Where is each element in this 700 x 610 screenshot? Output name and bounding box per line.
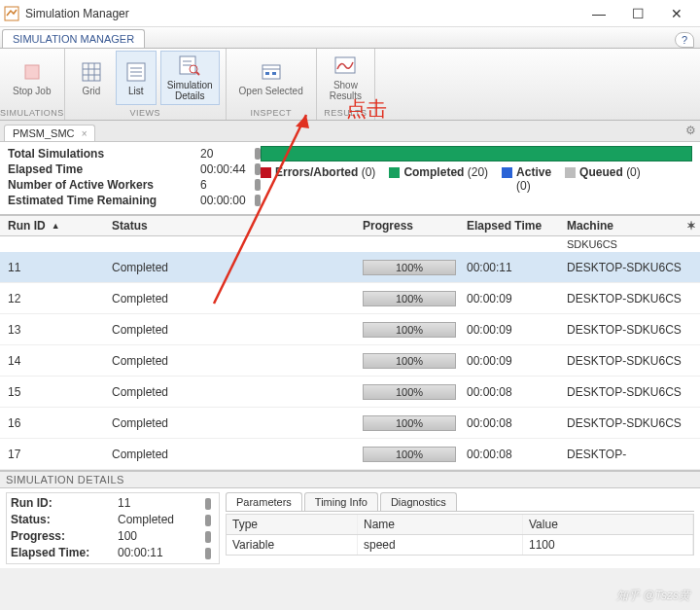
col-header-runid[interactable]: Run ID▲ bbox=[0, 219, 112, 233]
param-col-name[interactable]: Name bbox=[358, 515, 523, 534]
grip-handle[interactable] bbox=[205, 548, 211, 559]
progressbar: 100% bbox=[363, 291, 456, 306]
col-header-status[interactable]: Status bbox=[112, 219, 363, 233]
grid-icon bbox=[80, 60, 103, 84]
group-label-inspect: INSPECT bbox=[227, 107, 316, 120]
table-row[interactable]: 15Completed100%00:00:08DESKTOP-SDKU6CS bbox=[0, 377, 700, 408]
cell-runid: 12 bbox=[0, 292, 112, 305]
cell-runid: 16 bbox=[0, 416, 112, 430]
details-summary: Run ID:11 Status:Completed Progress:100 … bbox=[6, 492, 220, 564]
close-button[interactable]: ✕ bbox=[657, 0, 696, 27]
ribbon-tab-main[interactable]: SIMULATION MANAGER bbox=[2, 29, 145, 48]
cell-machine: DESKTOP-SDKU6CS bbox=[567, 292, 700, 305]
gear-icon[interactable]: ✶ bbox=[686, 219, 696, 233]
cell-elapsed: 00:00:08 bbox=[467, 448, 567, 461]
grip-handle[interactable] bbox=[205, 498, 211, 510]
cell-elapsed: 00:00:09 bbox=[467, 323, 567, 337]
cell-elapsed: 00:00:08 bbox=[467, 416, 567, 430]
cell-status: Completed bbox=[112, 354, 363, 368]
open-selected-button[interactable]: Open Selected bbox=[232, 51, 310, 105]
maximize-button[interactable]: ☐ bbox=[618, 0, 657, 27]
cell-status: Completed bbox=[112, 323, 363, 337]
help-icon[interactable]: ? bbox=[675, 32, 694, 48]
titlebar: Simulation Manager — ☐ ✕ bbox=[0, 0, 700, 27]
legend-swatch-completed bbox=[389, 167, 400, 178]
cell-progress: 100% bbox=[363, 384, 467, 400]
cell-elapsed: 00:00:11 bbox=[467, 261, 567, 274]
close-icon[interactable]: × bbox=[82, 128, 88, 139]
table-row[interactable]: 11Completed100%00:00:11DESKTOP-SDKU6CS bbox=[0, 252, 700, 283]
cell-progress: 100% bbox=[363, 322, 467, 338]
sort-asc-icon: ▲ bbox=[52, 221, 60, 231]
grid-header: Run ID▲ Status Progress Elapsed Time Mac… bbox=[0, 215, 700, 236]
show-results-button[interactable]: Show Results bbox=[323, 51, 368, 105]
cell-runid: 13 bbox=[0, 323, 112, 337]
details-tabs: Parameters Timing Info Diagnostics bbox=[226, 492, 694, 512]
progressbar: 100% bbox=[363, 353, 456, 369]
grip-handle[interactable] bbox=[205, 515, 211, 526]
col-header-elapsed[interactable]: Elapsed Time bbox=[467, 219, 567, 233]
details-header: SIMULATION DETAILS bbox=[0, 472, 700, 488]
cell-runid: 17 bbox=[0, 448, 112, 461]
minimize-button[interactable]: — bbox=[579, 0, 618, 27]
stop-job-button[interactable]: Stop Job bbox=[6, 51, 57, 105]
progressbar: 100% bbox=[363, 415, 456, 431]
svg-rect-16 bbox=[262, 65, 280, 79]
list-icon bbox=[124, 60, 148, 84]
legend-swatch-queued bbox=[565, 167, 576, 178]
grip-handle[interactable] bbox=[205, 531, 211, 543]
cell-machine: DESKTOP- bbox=[567, 448, 700, 461]
cell-status: Completed bbox=[112, 448, 363, 461]
progressbar: 100% bbox=[363, 447, 456, 462]
cell-machine: DESKTOP-SDKU6CS bbox=[567, 416, 700, 430]
group-label-results: RESULTS bbox=[317, 107, 374, 120]
cell-elapsed: 00:00:09 bbox=[467, 354, 567, 368]
cell-status: Completed bbox=[112, 416, 363, 430]
param-col-value[interactable]: Value bbox=[523, 515, 693, 534]
param-row[interactable]: Variable speed 1100 bbox=[227, 535, 693, 555]
table-row[interactable]: 16Completed100%00:00:08DESKTOP-SDKU6CS bbox=[0, 408, 700, 439]
cell-machine: DESKTOP-SDKU6CS bbox=[567, 261, 700, 274]
cell-progress: 100% bbox=[363, 260, 467, 275]
watermark: 知乎 @Tszs黄 bbox=[616, 588, 690, 604]
simulation-details-panel: SIMULATION DETAILS Run ID:11 Status:Comp… bbox=[0, 470, 700, 568]
param-col-type[interactable]: Type bbox=[227, 515, 358, 534]
tab-parameters[interactable]: Parameters bbox=[226, 492, 302, 511]
open-icon bbox=[260, 60, 283, 84]
grid-button[interactable]: Grid bbox=[71, 51, 112, 105]
doc-tab[interactable]: PMSM_SMC × bbox=[4, 125, 95, 141]
gear-icon[interactable]: ⚙ bbox=[685, 124, 696, 137]
cell-machine: DESKTOP-SDKU6CS bbox=[567, 354, 700, 368]
svg-rect-0 bbox=[5, 7, 18, 20]
tab-diagnostics[interactable]: Diagnostics bbox=[380, 492, 457, 511]
col-header-machine[interactable]: Machine bbox=[567, 219, 700, 233]
overview-stats: Total Simulations20 Elapsed Time00:00:44… bbox=[8, 146, 261, 208]
window-title: Simulation Manager bbox=[25, 7, 579, 20]
legend-swatch-errors bbox=[261, 167, 271, 178]
cell-progress: 100% bbox=[363, 447, 467, 462]
overview-panel: Total Simulations20 Elapsed Time00:00:44… bbox=[0, 142, 700, 215]
parameter-table: Type Name Value Variable speed 1100 bbox=[226, 514, 694, 556]
svg-rect-2 bbox=[83, 63, 100, 81]
app-icon bbox=[4, 6, 19, 21]
tab-timing-info[interactable]: Timing Info bbox=[304, 492, 378, 511]
grid-header-extra: SDKU6CS bbox=[0, 236, 700, 252]
cell-progress: 100% bbox=[363, 353, 467, 369]
ribbon-tabstrip: SIMULATION MANAGER ? bbox=[0, 27, 700, 49]
svg-rect-1 bbox=[25, 65, 39, 79]
cell-machine: DESKTOP-SDKU6CS bbox=[567, 385, 700, 399]
simulation-details-button[interactable]: Simulation Details bbox=[160, 51, 220, 105]
table-row[interactable]: 13Completed100%00:00:09DESKTOP-SDKU6CS bbox=[0, 314, 700, 345]
list-button[interactable]: List bbox=[116, 51, 157, 105]
table-row[interactable]: 17Completed100%00:00:08DESKTOP- bbox=[0, 439, 700, 470]
table-row[interactable]: 12Completed100%00:00:09DESKTOP-SDKU6CS bbox=[0, 283, 700, 314]
table-row[interactable]: 14Completed100%00:00:09DESKTOP-SDKU6CS bbox=[0, 345, 700, 377]
cell-progress: 100% bbox=[363, 291, 467, 306]
col-header-progress[interactable]: Progress bbox=[363, 219, 467, 233]
cell-runid: 14 bbox=[0, 354, 112, 368]
group-label-views: VIEWS bbox=[65, 107, 226, 120]
overall-progressbar bbox=[261, 146, 692, 161]
details-icon bbox=[178, 54, 201, 78]
results-grid: Run ID▲ Status Progress Elapsed Time Mac… bbox=[0, 215, 700, 470]
group-label-simulations: SIMULATIONS bbox=[0, 107, 64, 120]
